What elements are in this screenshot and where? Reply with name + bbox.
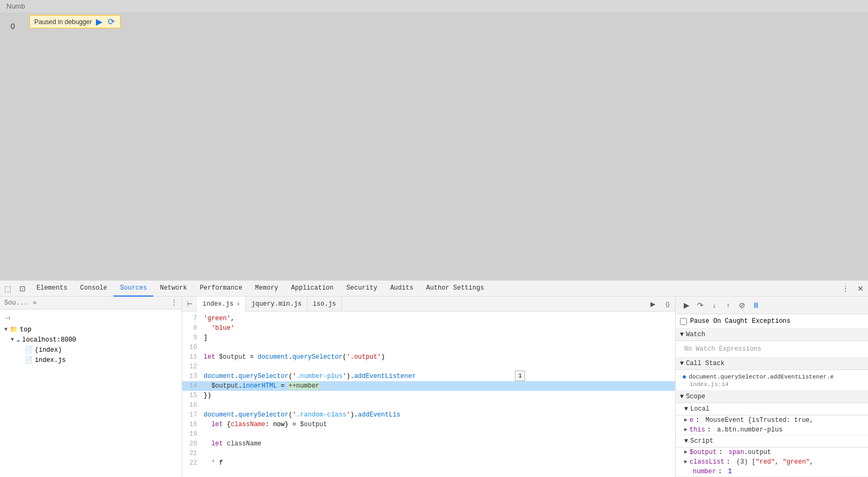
tree-item-index[interactable]: 📄 (index) [13, 345, 182, 355]
local-scope: ▼ Local ▶ e : MouseEvent {isTrusted: tru… [676, 403, 868, 435]
line-code-11: let $output = document.querySelector('.o… [201, 352, 675, 362]
tab-audits[interactable]: Audits [384, 281, 420, 297]
resume-button[interactable]: ▶ [95, 17, 103, 27]
tree-item-localhost[interactable]: ▼ ☁ localhost:8000 [6, 335, 182, 345]
devtools-device-button[interactable]: ⊡ [15, 281, 30, 296]
line-number-10: 10 [182, 343, 201, 352]
scope-val-output: span.output [729, 449, 771, 456]
code-content[interactable]: 7 'green', 8 'blue' 9 ] [182, 312, 675, 477]
line-code-22: ' f [201, 458, 675, 468]
code-tab-indexjs-close[interactable]: ✕ [237, 300, 241, 307]
tab-network[interactable]: Network [153, 281, 193, 297]
line-number-19: 19 [182, 429, 201, 439]
tab-application[interactable]: Application [285, 281, 340, 297]
code-line-7: 7 'green', [182, 314, 675, 323]
scope-key-output: $output [690, 449, 716, 456]
line-number-15: 15 [182, 391, 201, 400]
scope-item-this[interactable]: ▶ this : a.btn.number-plus [676, 425, 868, 435]
webpage-title: Numb [6, 2, 25, 10]
scope-val-number: 1 [728, 468, 732, 475]
debug-resume-button[interactable]: ▶ [680, 299, 693, 312]
debug-stepout-button[interactable]: ↑ [722, 299, 735, 312]
devtools-body: Sou... » ⋮ ⊣ ▼ 📁 top [0, 297, 868, 477]
tab-memory[interactable]: Memory [249, 281, 285, 297]
format-code-button[interactable]: {} [660, 297, 675, 312]
tab-author-settings[interactable]: Author Settings [420, 281, 490, 297]
line-code-18: let {className: now} = $output [201, 420, 675, 429]
debug-stepover-button[interactable]: ↷ [694, 299, 707, 312]
scope-colon-this: : [707, 426, 715, 434]
webpage-value: 0 [11, 22, 857, 31]
tree-folder-icon: 📁 [10, 325, 18, 334]
tab-console[interactable]: Console [74, 281, 114, 297]
server-icon: ☁ [16, 336, 20, 344]
pause-caught-label: Pause On Caught Exceptions [690, 317, 790, 325]
line-code-13: document.querySelector('.number-plus').a… [201, 372, 675, 381]
debug-stepinto-button[interactable]: ↓ [708, 299, 721, 312]
line-number-18: 18 [182, 420, 201, 429]
tree-arrow-top: ▼ [4, 327, 8, 332]
watch-section-header[interactable]: ▼ Watch [676, 329, 868, 341]
code-tab-jquery-label: jquery.min.js [251, 300, 302, 308]
pause-caught-exceptions: Pause On Caught Exceptions [676, 314, 868, 329]
watch-empty-msg: No Watch Expressions [680, 343, 864, 355]
callstack-section-header[interactable]: ▼ Call Stack [676, 358, 868, 370]
devtools: ⬚ ⊡ Elements Console Sources Network Per… [0, 280, 868, 477]
tree-label-localhost: localhost:8000 [22, 336, 76, 344]
devtools-close-button[interactable]: ✕ [853, 281, 868, 296]
scope-section-header[interactable]: ▼ Scope [676, 391, 868, 403]
sources-left-header: Sou... » ⋮ [0, 297, 182, 309]
scope-item-output[interactable]: ▶ $output : span.output [676, 448, 868, 457]
local-label: Local [690, 405, 709, 413]
scope-item-classlist[interactable]: ▶ classList : (3) ["red", "green", [676, 457, 868, 467]
tab-sources[interactable]: Sources [114, 281, 153, 297]
tab-elements[interactable]: Elements [30, 281, 74, 297]
line-number-11: 11 [182, 352, 201, 362]
tree-item-top[interactable]: ▼ 📁 top [0, 324, 182, 335]
line-number-17: 17 [182, 410, 201, 420]
sources-options-button[interactable]: ⋮ [171, 299, 177, 307]
split-editor-button[interactable]: ⊢ [182, 297, 197, 312]
scope-item-number[interactable]: number : 1 [676, 467, 868, 476]
debug-deactivate-button[interactable]: ⊘ [736, 299, 749, 312]
tab-performance[interactable]: Performance [193, 281, 249, 297]
tab-security[interactable]: Security [340, 281, 384, 297]
line-number-13: 13 [182, 372, 201, 381]
code-tab-jquery[interactable]: jquery.min.js [246, 297, 308, 312]
callstack-item-0[interactable]: ● document.querySelector.addEventListene… [676, 371, 868, 389]
tree-item-indexjs[interactable]: 📄 index.js [13, 355, 182, 365]
code-line-12: 12 [182, 362, 675, 372]
debug-pause-button[interactable]: ⏸ [750, 299, 762, 312]
file-tree: ⊣ ▼ 📁 top ▼ ☁ localhost:8000 [0, 309, 182, 477]
watch-label: Watch [686, 331, 705, 338]
run-snippet-button[interactable]: ▶ [645, 297, 660, 312]
code-line-22: 22 ' f [182, 458, 675, 468]
scope-item-e[interactable]: ▶ e : MouseEvent {isTrusted: true, [676, 415, 868, 425]
local-scope-header[interactable]: ▼ Local [676, 403, 868, 415]
pause-caught-checkbox[interactable] [680, 318, 687, 325]
line-code-15: }) [201, 391, 675, 400]
scope-item-output-arrow: ▶ [684, 449, 687, 455]
script-label: Script [690, 437, 713, 445]
code-line-9: 9 ] [182, 333, 675, 343]
scope-colon-e: : [695, 417, 703, 424]
devtools-inspect-button[interactable]: ⬚ [0, 281, 15, 296]
line-number-16: 16 [182, 400, 201, 410]
collapse-sidebar-button[interactable]: ⊣ [2, 313, 13, 323]
code-tab-indexjs[interactable]: index.js ✕ [197, 297, 246, 312]
html-file-icon: 📄 [25, 346, 33, 354]
devtools-more-button[interactable]: ⋮ [838, 281, 853, 296]
debugger-panel: ▶ ↷ ↓ ↑ ⊘ ⏸ Pause On Caught Exceptions ▼… [675, 297, 868, 477]
code-line-19: 19 [182, 429, 675, 439]
script-scope-header[interactable]: ▼ Script [676, 435, 868, 448]
step-over-button[interactable]: ⟳ [107, 17, 116, 27]
tree-label-index: (index) [35, 346, 62, 354]
sources-more-button[interactable]: » [29, 299, 40, 307]
callstack-file: index.js:14 [690, 381, 862, 388]
code-tab-iso[interactable]: iso.js [308, 297, 342, 312]
code-line-18: 18 let {className: now} = $output [182, 420, 675, 429]
line-number-7: 7 [182, 314, 201, 323]
scope-val-classlist: (3) ["red", "green", [736, 458, 813, 466]
tree-label-indexjs: index.js [35, 357, 66, 364]
tree-label-top: top [20, 326, 32, 334]
